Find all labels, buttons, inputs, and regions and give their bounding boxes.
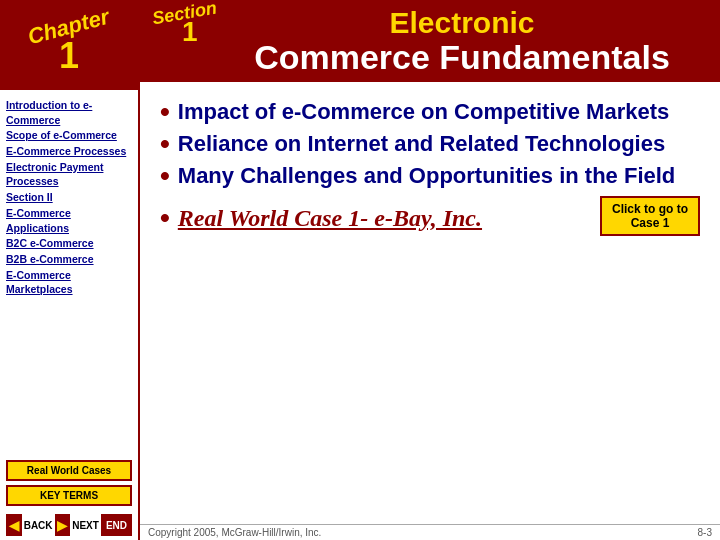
footer-copyright: Copyright 2005, McGraw-Hill/Irwin, Inc.: [148, 527, 321, 538]
bullet-text-4: Real World Case 1- e-Bay, Inc.: [178, 204, 482, 233]
chapter-banner: Chapter 1: [0, 0, 138, 90]
bullet-text-2: Reliance on Internet and Related Technol…: [178, 130, 665, 158]
bullet-text-3: Many Challenges and Opportunities in the…: [178, 162, 676, 190]
bullet-icon-2: •: [160, 130, 170, 158]
sidebar-item-apps[interactable]: E-Commerce Applications: [6, 206, 132, 235]
sidebar-item-intro[interactable]: Introduction to e-Commerce: [6, 98, 132, 127]
sidebar-item-marketplaces[interactable]: E-Commerce Marketplaces: [6, 268, 132, 297]
sidebar: Chapter 1 Introduction to e-Commerce Sco…: [0, 0, 140, 540]
sidebar-item-section2[interactable]: Section II: [6, 190, 132, 205]
next-button[interactable]: ▶: [55, 514, 71, 536]
chapter-badge: Chapter 1: [27, 16, 110, 74]
sidebar-item-scope[interactable]: Scope of e-Commerce: [6, 128, 132, 143]
bullet-icon-1: •: [160, 98, 170, 126]
next-label: NEXT: [72, 520, 99, 531]
end-button[interactable]: END: [101, 514, 132, 536]
bullet-item-3: • Many Challenges and Opportunities in t…: [160, 162, 700, 190]
click-line2: Case 1: [631, 216, 670, 230]
header-title-commerce: Commerce Fundamentals: [220, 39, 704, 76]
footer-page: 8-3: [698, 527, 712, 538]
section-badge: Section 1: [152, 4, 217, 46]
back-label: BACK: [24, 520, 53, 531]
main-content: Section 1 Electronic Commerce Fundamenta…: [140, 0, 720, 540]
nav-buttons: ◀ BACK ▶ NEXT END: [6, 510, 132, 540]
sidebar-item-electronic[interactable]: Electronic Payment Processes: [6, 160, 132, 189]
sidebar-item-b2c[interactable]: B2C e-Commerce: [6, 236, 132, 251]
click-to-case-button[interactable]: Click to go to Case 1: [600, 196, 700, 236]
main-header: Section 1 Electronic Commerce Fundamenta…: [140, 0, 720, 82]
chapter-number: 1: [59, 38, 79, 74]
bullet-item-1: • Impact of e-Commerce on Competitive Ma…: [160, 98, 700, 126]
bullet-icon-3: •: [160, 162, 170, 190]
bullet-icon-4: •: [160, 204, 170, 232]
header-title-electronic: Electronic: [220, 6, 704, 39]
last-bullet-row: • Real World Case 1- e-Bay, Inc. Click t…: [160, 194, 700, 236]
bullet-item-2: • Reliance on Internet and Related Techn…: [160, 130, 700, 158]
bullet-text-1: Impact of e-Commerce on Competitive Mark…: [178, 98, 669, 126]
sidebar-item-ecommerce[interactable]: E-Commerce Processes: [6, 144, 132, 159]
bullet-item-4: • Real World Case 1- e-Bay, Inc.: [160, 204, 482, 233]
sidebar-nav: Introduction to e-Commerce Scope of e-Co…: [0, 90, 138, 454]
main-footer: Copyright 2005, McGraw-Hill/Irwin, Inc. …: [140, 524, 720, 540]
real-world-cases-button[interactable]: Real World Cases: [6, 460, 132, 481]
sidebar-bottom: Real World Cases KEY TERMS ◀ BACK ▶ NEXT…: [0, 454, 138, 540]
key-terms-button[interactable]: KEY TERMS: [6, 485, 132, 506]
main-body: • Impact of e-Commerce on Competitive Ma…: [140, 82, 720, 520]
click-line1: Click to go to: [612, 202, 688, 216]
sidebar-item-b2b[interactable]: B2B e-Commerce: [6, 252, 132, 267]
back-button[interactable]: ◀: [6, 514, 22, 536]
